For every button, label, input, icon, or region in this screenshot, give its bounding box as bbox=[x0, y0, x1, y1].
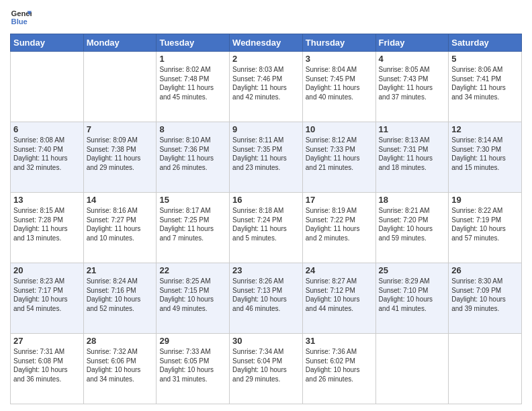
calendar-cell: 22Sunrise: 8:25 AM Sunset: 7:15 PM Dayli… bbox=[157, 263, 230, 334]
weekday-header-saturday: Saturday bbox=[449, 34, 522, 52]
calendar-cell: 1Sunrise: 8:02 AM Sunset: 7:48 PM Daylig… bbox=[157, 52, 230, 122]
calendar-cell: 25Sunrise: 8:29 AM Sunset: 7:10 PM Dayli… bbox=[375, 263, 449, 334]
calendar-cell: 27Sunrise: 7:31 AM Sunset: 6:08 PM Dayli… bbox=[11, 334, 84, 404]
calendar-cell: 9Sunrise: 8:11 AM Sunset: 7:35 PM Daylig… bbox=[230, 122, 303, 193]
day-number: 4 bbox=[379, 54, 446, 64]
day-number: 3 bbox=[306, 54, 373, 64]
calendar-cell: 8Sunrise: 8:10 AM Sunset: 7:36 PM Daylig… bbox=[157, 122, 230, 193]
day-info: Sunrise: 8:17 AM Sunset: 7:25 PM Dayligh… bbox=[159, 206, 226, 242]
day-info: Sunrise: 8:18 AM Sunset: 7:24 PM Dayligh… bbox=[232, 206, 300, 242]
day-info: Sunrise: 8:08 AM Sunset: 7:40 PM Dayligh… bbox=[13, 136, 81, 172]
day-info: Sunrise: 8:04 AM Sunset: 7:45 PM Dayligh… bbox=[306, 65, 373, 101]
day-info: Sunrise: 8:09 AM Sunset: 7:38 PM Dayligh… bbox=[87, 136, 154, 172]
day-info: Sunrise: 8:16 AM Sunset: 7:27 PM Dayligh… bbox=[87, 206, 154, 242]
weekday-header-row: SundayMondayTuesdayWednesdayThursdayFrid… bbox=[11, 34, 522, 52]
calendar-cell: 28Sunrise: 7:32 AM Sunset: 6:06 PM Dayli… bbox=[83, 334, 157, 404]
calendar-cell: 26Sunrise: 8:30 AM Sunset: 7:09 PM Dayli… bbox=[449, 263, 522, 334]
day-number: 2 bbox=[232, 54, 300, 64]
calendar-table: SundayMondayTuesdayWednesdayThursdayFrid… bbox=[10, 34, 522, 404]
calendar-cell: 3Sunrise: 8:04 AM Sunset: 7:45 PM Daylig… bbox=[302, 52, 375, 122]
calendar-cell: 31Sunrise: 7:36 AM Sunset: 6:02 PM Dayli… bbox=[302, 334, 375, 404]
day-number: 13 bbox=[13, 195, 81, 205]
day-info: Sunrise: 8:15 AM Sunset: 7:28 PM Dayligh… bbox=[13, 206, 81, 242]
logo-icon: General Blue bbox=[10, 7, 32, 28]
day-number: 14 bbox=[87, 195, 154, 205]
day-info: Sunrise: 7:34 AM Sunset: 6:04 PM Dayligh… bbox=[232, 347, 300, 383]
calendar-cell: 30Sunrise: 7:34 AM Sunset: 6:04 PM Dayli… bbox=[230, 334, 303, 404]
calendar-cell: 10Sunrise: 8:12 AM Sunset: 7:33 PM Dayli… bbox=[302, 122, 375, 193]
calendar-cell: 29Sunrise: 7:33 AM Sunset: 6:05 PM Dayli… bbox=[157, 334, 230, 404]
day-info: Sunrise: 8:27 AM Sunset: 7:12 PM Dayligh… bbox=[306, 277, 373, 313]
day-info: Sunrise: 8:30 AM Sunset: 7:09 PM Dayligh… bbox=[451, 277, 519, 313]
calendar-cell bbox=[449, 334, 522, 404]
day-number: 10 bbox=[306, 124, 373, 134]
day-number: 11 bbox=[379, 124, 446, 134]
calendar-cell: 20Sunrise: 8:23 AM Sunset: 7:17 PM Dayli… bbox=[11, 263, 84, 334]
logo: General Blue bbox=[10, 7, 32, 28]
weekday-header-sunday: Sunday bbox=[11, 34, 84, 52]
day-number: 27 bbox=[13, 336, 81, 346]
day-number: 29 bbox=[159, 336, 226, 346]
day-info: Sunrise: 7:32 AM Sunset: 6:06 PM Dayligh… bbox=[87, 347, 154, 383]
calendar-cell: 19Sunrise: 8:22 AM Sunset: 7:19 PM Dayli… bbox=[449, 193, 522, 263]
calendar-cell: 13Sunrise: 8:15 AM Sunset: 7:28 PM Dayli… bbox=[11, 193, 84, 263]
day-info: Sunrise: 8:06 AM Sunset: 7:41 PM Dayligh… bbox=[451, 65, 519, 101]
weekday-header-friday: Friday bbox=[375, 34, 449, 52]
calendar-week-4: 20Sunrise: 8:23 AM Sunset: 7:17 PM Dayli… bbox=[11, 263, 522, 334]
day-info: Sunrise: 7:33 AM Sunset: 6:05 PM Dayligh… bbox=[159, 347, 226, 383]
weekday-header-tuesday: Tuesday bbox=[157, 34, 230, 52]
calendar-week-1: 1Sunrise: 8:02 AM Sunset: 7:48 PM Daylig… bbox=[11, 52, 522, 122]
day-info: Sunrise: 8:12 AM Sunset: 7:33 PM Dayligh… bbox=[306, 136, 373, 172]
day-number: 7 bbox=[87, 124, 154, 134]
calendar-week-3: 13Sunrise: 8:15 AM Sunset: 7:28 PM Dayli… bbox=[11, 193, 522, 263]
day-info: Sunrise: 8:03 AM Sunset: 7:46 PM Dayligh… bbox=[232, 65, 300, 101]
day-info: Sunrise: 7:36 AM Sunset: 6:02 PM Dayligh… bbox=[306, 347, 373, 383]
calendar-cell: 23Sunrise: 8:26 AM Sunset: 7:13 PM Dayli… bbox=[230, 263, 303, 334]
day-info: Sunrise: 8:14 AM Sunset: 7:30 PM Dayligh… bbox=[451, 136, 519, 172]
calendar-cell: 11Sunrise: 8:13 AM Sunset: 7:31 PM Dayli… bbox=[375, 122, 449, 193]
day-info: Sunrise: 8:25 AM Sunset: 7:15 PM Dayligh… bbox=[159, 277, 226, 313]
day-number: 17 bbox=[306, 195, 373, 205]
day-number: 16 bbox=[232, 195, 300, 205]
day-info: Sunrise: 8:02 AM Sunset: 7:48 PM Dayligh… bbox=[159, 65, 226, 101]
calendar-cell bbox=[11, 52, 84, 122]
day-number: 26 bbox=[451, 265, 519, 275]
calendar-cell: 21Sunrise: 8:24 AM Sunset: 7:16 PM Dayli… bbox=[83, 263, 157, 334]
svg-text:General: General bbox=[11, 9, 32, 17]
day-info: Sunrise: 8:22 AM Sunset: 7:19 PM Dayligh… bbox=[451, 206, 519, 242]
calendar-cell bbox=[83, 52, 157, 122]
day-info: Sunrise: 8:26 AM Sunset: 7:13 PM Dayligh… bbox=[232, 277, 300, 313]
day-info: Sunrise: 8:19 AM Sunset: 7:22 PM Dayligh… bbox=[306, 206, 373, 242]
day-number: 9 bbox=[232, 124, 300, 134]
day-number: 15 bbox=[159, 195, 226, 205]
day-info: Sunrise: 7:31 AM Sunset: 6:08 PM Dayligh… bbox=[13, 347, 81, 383]
calendar-cell: 14Sunrise: 8:16 AM Sunset: 7:27 PM Dayli… bbox=[83, 193, 157, 263]
day-number: 21 bbox=[87, 265, 154, 275]
calendar-cell bbox=[375, 334, 449, 404]
calendar-cell: 6Sunrise: 8:08 AM Sunset: 7:40 PM Daylig… bbox=[11, 122, 84, 193]
day-info: Sunrise: 8:05 AM Sunset: 7:43 PM Dayligh… bbox=[379, 65, 446, 101]
day-info: Sunrise: 8:10 AM Sunset: 7:36 PM Dayligh… bbox=[159, 136, 226, 172]
day-number: 1 bbox=[159, 54, 226, 64]
calendar-cell: 24Sunrise: 8:27 AM Sunset: 7:12 PM Dayli… bbox=[302, 263, 375, 334]
calendar-cell: 5Sunrise: 8:06 AM Sunset: 7:41 PM Daylig… bbox=[449, 52, 522, 122]
day-number: 12 bbox=[451, 124, 519, 134]
calendar-cell: 17Sunrise: 8:19 AM Sunset: 7:22 PM Dayli… bbox=[302, 193, 375, 263]
day-number: 19 bbox=[451, 195, 519, 205]
calendar-cell: 2Sunrise: 8:03 AM Sunset: 7:46 PM Daylig… bbox=[230, 52, 303, 122]
calendar-cell: 18Sunrise: 8:21 AM Sunset: 7:20 PM Dayli… bbox=[375, 193, 449, 263]
day-number: 8 bbox=[159, 124, 226, 134]
day-info: Sunrise: 8:13 AM Sunset: 7:31 PM Dayligh… bbox=[379, 136, 446, 172]
day-number: 6 bbox=[13, 124, 81, 134]
calendar-cell: 4Sunrise: 8:05 AM Sunset: 7:43 PM Daylig… bbox=[375, 52, 449, 122]
day-info: Sunrise: 8:21 AM Sunset: 7:20 PM Dayligh… bbox=[379, 206, 446, 242]
day-info: Sunrise: 8:23 AM Sunset: 7:17 PM Dayligh… bbox=[13, 277, 81, 313]
weekday-header-thursday: Thursday bbox=[302, 34, 375, 52]
day-number: 20 bbox=[13, 265, 81, 275]
day-number: 22 bbox=[159, 265, 226, 275]
day-number: 24 bbox=[306, 265, 373, 275]
svg-text:Blue: Blue bbox=[11, 17, 28, 26]
page: General Blue SundayMondayTuesdayWednesda… bbox=[0, 0, 532, 411]
day-info: Sunrise: 8:29 AM Sunset: 7:10 PM Dayligh… bbox=[379, 277, 446, 313]
calendar-cell: 7Sunrise: 8:09 AM Sunset: 7:38 PM Daylig… bbox=[83, 122, 157, 193]
